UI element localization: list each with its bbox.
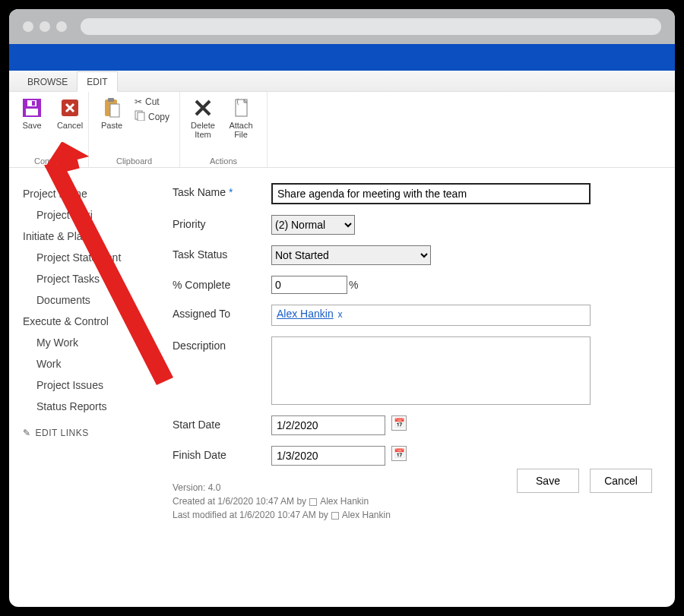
pct-suffix: % (347, 276, 358, 291)
copy-icon (135, 110, 145, 123)
task-name-input[interactable] (271, 183, 591, 204)
browser-titlebar (9, 9, 675, 44)
delete-icon (192, 96, 214, 119)
finish-date-input[interactable] (271, 446, 385, 466)
traffic-max[interactable] (56, 21, 67, 32)
cancel-icon (59, 96, 81, 119)
user-presence-icon (309, 498, 317, 506)
ribbon-tabs: BROWSE EDIT (9, 71, 675, 92)
content-area: Project Home Project Wiki Initiate & Pla… (9, 168, 675, 607)
svg-rect-3 (32, 101, 35, 106)
cancel-button[interactable]: Cancel (55, 96, 85, 130)
nav-initiate-plan[interactable]: Initiate & Plan (23, 226, 165, 247)
ribbon-group-commit: Commit (17, 155, 81, 166)
task-form: Task Name * Priority (2) Normal Task Sta… (173, 168, 675, 607)
remove-person-icon[interactable]: x (338, 309, 343, 320)
label-task-status: Task Status (173, 245, 271, 261)
left-nav: Project Home Project Wiki Initiate & Pla… (9, 168, 173, 607)
ribbon-group-actions: Actions (188, 155, 259, 166)
svg-rect-7 (110, 104, 119, 117)
nav-status-reports[interactable]: Status Reports (23, 396, 165, 417)
label-start-date: Start Date (173, 415, 271, 431)
attach-file-icon (230, 96, 252, 119)
user-presence-icon (331, 512, 339, 520)
finish-date-calendar-icon[interactable]: 📅 (391, 446, 407, 461)
nav-project-statement[interactable]: Project Statement (23, 247, 165, 268)
start-date-input[interactable] (271, 415, 385, 435)
nav-work[interactable]: Work (23, 353, 165, 374)
label-task-name: Task Name * (173, 183, 271, 198)
nav-project-home[interactable]: Project Home (23, 183, 165, 204)
svg-rect-9 (138, 112, 144, 121)
paste-icon (100, 96, 123, 119)
label-assigned-to: Assigned To (173, 305, 271, 320)
paste-button[interactable]: Paste (97, 96, 127, 130)
label-priority: Priority (173, 215, 271, 230)
label-finish-date: Finish Date (173, 446, 271, 461)
traffic-lights (23, 21, 67, 32)
save-button[interactable]: Save (17, 96, 47, 130)
scissors-icon: ✂ (135, 96, 142, 107)
ribbon-group-clipboard: Clipboard (97, 155, 172, 166)
delete-item-button[interactable]: Delete Item (188, 96, 218, 139)
cut-button[interactable]: ✂ Cut (135, 96, 169, 107)
task-status-select[interactable]: Not Started (271, 245, 431, 265)
save-icon (21, 96, 43, 119)
ribbon: Save Cancel Commit Paste (9, 92, 675, 168)
tab-edit[interactable]: EDIT (77, 71, 117, 92)
traffic-close[interactable] (23, 21, 33, 32)
nav-execute-control[interactable]: Execute & Control (23, 311, 165, 332)
meta-version: Version: 4.0 (173, 481, 391, 494)
app-window: BROWSE EDIT Save Cancel Commit (9, 9, 675, 607)
label-pct-complete: % Complete (173, 276, 271, 291)
nav-project-issues[interactable]: Project Issues (23, 374, 165, 396)
description-textarea[interactable] (271, 336, 591, 405)
nav-project-tasks[interactable]: Project Tasks (23, 268, 165, 289)
traffic-min[interactable] (40, 21, 50, 32)
address-bar[interactable] (81, 18, 661, 35)
site-header-bar (9, 44, 675, 71)
label-description: Description (173, 336, 271, 352)
start-date-calendar-icon[interactable]: 📅 (391, 415, 407, 431)
edit-links-button[interactable]: ✎ EDIT LINKS (23, 428, 165, 438)
footer-cancel-button[interactable]: Cancel (590, 469, 652, 493)
priority-select[interactable]: (2) Normal (271, 215, 355, 235)
svg-rect-6 (108, 98, 114, 102)
nav-project-wiki[interactable]: Project Wiki (23, 204, 165, 226)
pencil-icon: ✎ (23, 428, 31, 438)
nav-documents[interactable]: Documents (23, 289, 165, 311)
item-metadata: Version: 4.0 Created at 1/6/2020 10:47 A… (173, 481, 391, 522)
nav-my-work[interactable]: My Work (23, 332, 165, 353)
tab-browse[interactable]: BROWSE (18, 72, 77, 91)
copy-button[interactable]: Copy (135, 110, 169, 123)
pct-complete-input[interactable] (271, 276, 347, 294)
footer-save-button[interactable]: Save (517, 469, 579, 493)
assigned-to-field[interactable]: Alex Hankin x (271, 305, 591, 326)
assigned-person[interactable]: Alex Hankin (277, 308, 334, 320)
attach-file-button[interactable]: Attach File (226, 96, 256, 139)
svg-rect-1 (26, 109, 38, 115)
